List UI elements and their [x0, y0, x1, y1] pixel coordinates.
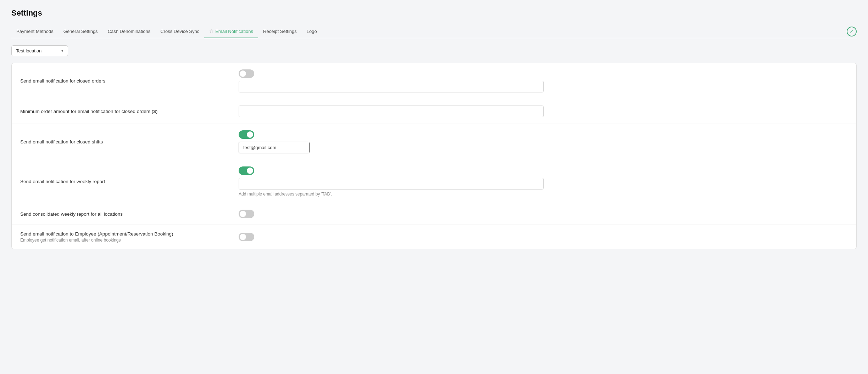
tab-email-notifications[interactable]: ☆ Email Notifications	[204, 25, 258, 38]
closed-shifts-label: Send email notification for closed shift…	[20, 139, 233, 144]
setting-row-closed-shifts: Send email notification for closed shift…	[12, 124, 856, 160]
employee-notification-sublabel: Employee get notification email, after o…	[20, 238, 233, 243]
min-order-input[interactable]	[239, 106, 544, 117]
weekly-report-toggle-slider	[239, 166, 254, 175]
page-title: Settings	[11, 8, 857, 18]
closed-orders-label: Send email notification for closed order…	[20, 78, 233, 84]
closed-orders-toggle-slider	[239, 69, 254, 78]
location-dropdown[interactable]: Test location ▾	[11, 45, 68, 56]
setting-row-employee-notification: Send email notification to Employee (App…	[12, 225, 856, 249]
consolidated-toggle[interactable]	[239, 210, 254, 218]
closed-shifts-toggle-slider	[239, 130, 254, 139]
tabs-bar: Payment Methods General Settings Cash De…	[11, 25, 857, 38]
tab-payment-methods[interactable]: Payment Methods	[11, 25, 59, 38]
employee-notification-toggle[interactable]	[239, 233, 254, 241]
setting-row-min-order: Minimum order amount for email notificat…	[12, 99, 856, 124]
closed-shifts-email-input[interactable]	[239, 142, 310, 153]
weekly-report-label: Send email notification for weekly repor…	[20, 179, 233, 184]
setting-row-closed-orders: Send email notification for closed order…	[12, 63, 856, 99]
tab-receipt-settings[interactable]: Receipt Settings	[258, 25, 302, 38]
min-order-label: Minimum order amount for email notificat…	[20, 109, 233, 114]
tab-cash-denominations[interactable]: Cash Denominations	[103, 25, 156, 38]
circle-check-icon[interactable]: ✓	[847, 27, 857, 36]
setting-row-weekly-report: Send email notification for weekly repor…	[12, 160, 856, 203]
tab-general-settings[interactable]: General Settings	[59, 25, 103, 38]
closed-orders-email-input[interactable]	[239, 81, 544, 92]
consolidated-toggle-slider	[239, 210, 254, 218]
employee-notification-toggle-slider	[239, 233, 254, 241]
settings-card: Send email notification for closed order…	[11, 63, 857, 249]
closed-shifts-toggle[interactable]	[239, 130, 254, 139]
weekly-report-hint: Add multiple email addresses separated b…	[239, 192, 848, 197]
consolidated-label: Send consolidated weekly report for all …	[20, 211, 233, 217]
tab-cross-device-sync[interactable]: Cross Device Sync	[155, 25, 204, 38]
location-selected-label: Test location	[16, 48, 41, 53]
tab-logo[interactable]: Logo	[302, 25, 322, 38]
star-icon: ☆	[209, 28, 214, 34]
setting-row-consolidated: Send consolidated weekly report for all …	[12, 203, 856, 225]
weekly-report-email-input[interactable]	[239, 178, 544, 189]
closed-orders-toggle[interactable]	[239, 69, 254, 78]
weekly-report-toggle[interactable]	[239, 166, 254, 175]
employee-notification-label: Send email notification to Employee (App…	[20, 231, 233, 237]
chevron-down-icon: ▾	[61, 49, 63, 53]
